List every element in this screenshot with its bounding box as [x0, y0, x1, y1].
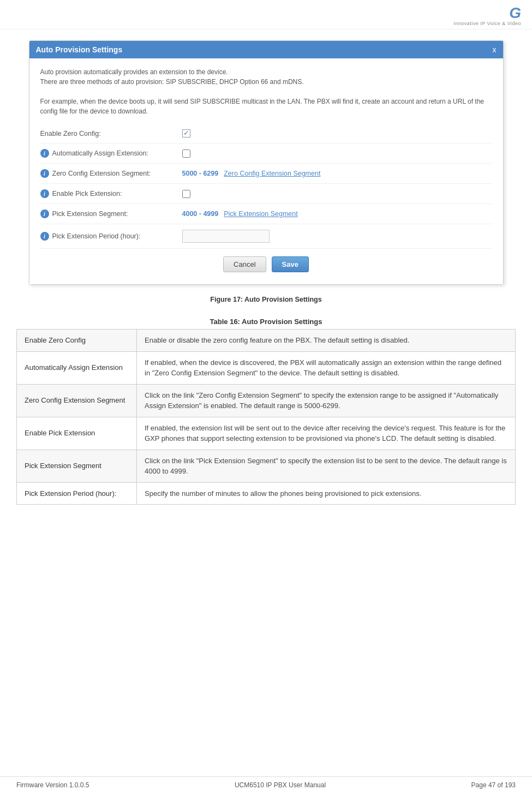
control-auto-assign	[182, 149, 492, 158]
description-line1: Auto provision automatically provides an…	[40, 67, 492, 77]
zero-config-checkbox[interactable]	[182, 129, 190, 137]
dialog-title: Auto Provision Settings	[36, 45, 123, 54]
pick-extension-checkbox[interactable]	[182, 190, 190, 198]
dialog-body: Auto provision automatically provides an…	[29, 58, 503, 284]
pick-segment-link[interactable]: Pick Extension Segment	[224, 210, 298, 218]
pick-segment-range: 4000 - 4999	[182, 210, 219, 218]
pick-segment-label-text: Pick Extension Segment:	[52, 210, 128, 218]
description-line3: For example, when the device boots up, i…	[40, 97, 492, 116]
auto-provision-dialog: Auto Provision Settings x Auto provision…	[29, 40, 504, 285]
label-pick-extension: i Enable Pick Extension:	[40, 189, 182, 198]
page-header: G Innovative IP Voice & Video	[0, 0, 532, 29]
auto-assign-info-icon[interactable]: i	[40, 149, 49, 158]
pick-period-label-text: Pick Extension Period (hour):	[52, 232, 141, 240]
settings-table: Enable Zero Config Enable or disable the…	[16, 329, 516, 505]
auto-assign-label-text: Automatically Assign Extension:	[52, 149, 148, 157]
form-row-pick-segment: i Pick Extension Segment: 4000 - 4999 Pi…	[40, 204, 492, 224]
table-row-label: Enable Pick Extension	[17, 417, 137, 450]
figure-caption: Figure 17: Auto Provision Settings	[16, 296, 516, 303]
auto-assign-checkbox[interactable]	[182, 149, 190, 158]
zero-config-segment-label-text: Zero Config Extension Segment:	[52, 170, 151, 177]
table-row-label: Pick Extension Segment	[17, 450, 137, 482]
logo-tagline: Innovative IP Voice & Video	[453, 21, 521, 26]
form-row-zero-config: Enable Zero Config:	[40, 124, 492, 143]
description-line2: There are three methods of auto provisio…	[40, 77, 492, 87]
table-row: Pick Extension Segment Click on the link…	[17, 450, 516, 482]
pick-period-info-icon[interactable]: i	[40, 232, 49, 241]
table-row-desc: Specify the number of minutes to allow t…	[137, 482, 516, 505]
form-row-zero-config-segment: i Zero Config Extension Segment: 5000 - …	[40, 164, 492, 184]
zero-config-label-text: Enable Zero Config:	[40, 130, 101, 137]
dialog-titlebar: Auto Provision Settings x	[29, 41, 503, 58]
dialog-description: Auto provision automatically provides an…	[40, 67, 492, 116]
table-row-desc: If enabled, the extension list will be s…	[137, 417, 516, 450]
label-pick-period: i Pick Extension Period (hour):	[40, 232, 182, 241]
pick-segment-info-icon[interactable]: i	[40, 210, 49, 218]
zero-config-segment-info-icon[interactable]: i	[40, 169, 49, 178]
dialog-close-button[interactable]: x	[493, 45, 497, 54]
control-pick-segment: 4000 - 4999 Pick Extension Segment	[182, 210, 492, 218]
zero-config-range: 5000 - 6299	[182, 170, 219, 177]
label-auto-assign: i Automatically Assign Extension:	[40, 149, 182, 158]
table-row: Pick Extension Period (hour): Specify th…	[17, 482, 516, 505]
table-row-label: Automatically Assign Extension	[17, 351, 137, 384]
table-row-desc: Click on the link "Pick Extension Segmen…	[137, 450, 516, 482]
table-row-label: Enable Zero Config	[17, 330, 137, 352]
table-row: Enable Pick Extension If enabled, the ex…	[17, 417, 516, 450]
table-row-label: Zero Config Extension Segment	[17, 384, 137, 417]
pick-extension-label-text: Enable Pick Extension:	[52, 190, 122, 197]
table-row-desc: Enable or disable the zero config featur…	[137, 330, 516, 352]
page-content: Auto Provision Settings x Auto provision…	[0, 29, 532, 516]
control-zero-config	[182, 129, 492, 137]
zero-config-segment-link[interactable]: Zero Config Extension Segment	[224, 170, 320, 177]
table-row: Enable Zero Config Enable or disable the…	[17, 330, 516, 352]
cancel-button[interactable]: Cancel	[223, 256, 266, 272]
table-row: Zero Config Extension Segment Click on t…	[17, 384, 516, 417]
label-zero-config: Enable Zero Config:	[40, 130, 182, 137]
form-row-auto-assign: i Automatically Assign Extension:	[40, 143, 492, 164]
table-row-desc: If enabled, when the device is discovere…	[137, 351, 516, 384]
table-row: Automatically Assign Extension If enable…	[17, 351, 516, 384]
label-zero-config-segment: i Zero Config Extension Segment:	[40, 169, 182, 178]
dialog-buttons: Cancel Save	[40, 249, 492, 276]
control-pick-extension	[182, 190, 492, 198]
logo-icon: G	[509, 5, 521, 21]
table-caption: Table 16: Auto Provision Settings	[16, 314, 516, 329]
form-row-pick-extension: i Enable Pick Extension:	[40, 184, 492, 204]
footer-firmware: Firmware Version 1.0.0.5	[16, 781, 89, 789]
footer-manual: UCM6510 IP PBX User Manual	[235, 781, 326, 789]
pick-period-input[interactable]	[182, 230, 270, 243]
logo-area: G Innovative IP Voice & Video	[453, 5, 521, 26]
page-footer: Firmware Version 1.0.0.5 UCM6510 IP PBX …	[0, 776, 532, 793]
control-pick-period	[182, 230, 492, 243]
form-row-pick-period: i Pick Extension Period (hour):	[40, 224, 492, 249]
control-zero-config-segment: 5000 - 6299 Zero Config Extension Segmen…	[182, 170, 492, 177]
table-row-desc: Click on the link "Zero Config Extension…	[137, 384, 516, 417]
footer-page: Page 47 of 193	[471, 781, 516, 789]
label-pick-segment: i Pick Extension Segment:	[40, 210, 182, 218]
table-row-label: Pick Extension Period (hour):	[17, 482, 137, 505]
save-button[interactable]: Save	[272, 256, 309, 272]
pick-extension-info-icon[interactable]: i	[40, 189, 49, 198]
